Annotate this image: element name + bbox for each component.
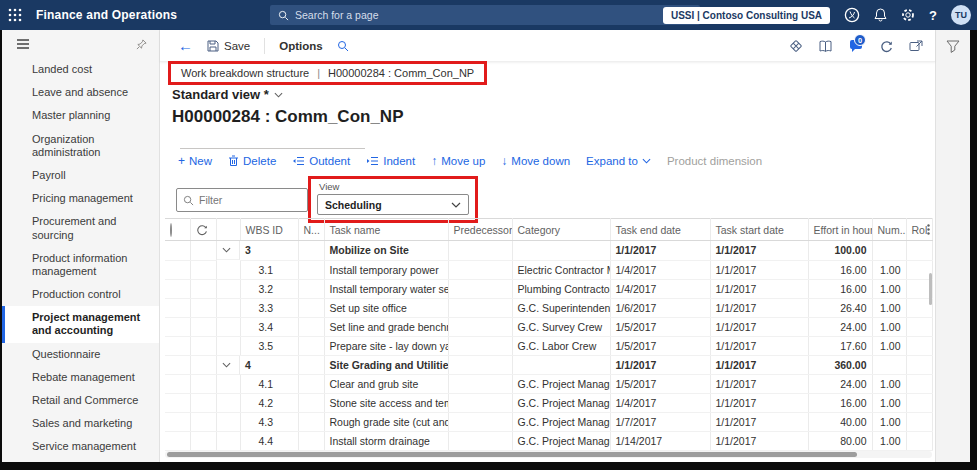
table-row[interactable]: 4.1 Clear and grub site G.C. Project Man… [165,375,932,394]
cell-num: 1.00 [872,298,906,317]
sidebar-item-retail-and-commerce[interactable]: Retail and Commerce [2,389,159,412]
cell-task: Set up site office [324,298,448,317]
sidebar-item-organization-administration[interactable]: Organization administration [2,128,159,164]
help-icon[interactable]: ? [929,8,937,23]
new-button[interactable]: + New [178,155,212,167]
cell-task: Install temporary power [324,260,448,279]
sidebar-item-payroll[interactable]: Payroll [2,164,159,187]
chevron-down-icon [274,92,283,98]
options-menu-button[interactable]: Options [279,40,322,52]
sidebar-item-procurement-and-sourcing[interactable]: Procurement and sourcing [2,210,159,246]
settings-gear-icon[interactable] [901,8,915,22]
save-button[interactable]: Save [207,40,250,52]
move-up-button[interactable]: ↑ Move up [431,155,485,167]
column-header-role[interactable]: Rol [906,219,932,241]
view-dropdown[interactable]: Scheduling [317,194,469,215]
view-dropdown-label: View [319,181,469,192]
delete-button[interactable]: Delete [228,155,276,167]
column-header-n[interactable]: N... [298,219,324,241]
sidebar-item-project-management-and-accounting[interactable]: Project management and accounting [2,306,159,342]
filter-funnel-icon[interactable] [946,40,960,462]
sidebar-item-product-information-management[interactable]: Product information management [2,247,159,283]
search-icon [183,195,194,206]
expand-to-button[interactable]: Expand to [586,155,651,167]
column-header-effort[interactable]: Effort in hours [808,219,872,241]
hamburger-menu-icon[interactable] [16,38,30,50]
grid-filter-input[interactable] [199,194,301,206]
cell-task: Site Grading and Utilities [324,355,448,375]
sidebar-item-landed-cost[interactable]: Landed cost [2,58,159,81]
column-header-task-name[interactable]: Task name [324,219,448,241]
column-header-predecessors[interactable]: Predecessors [448,219,512,241]
refresh-icon[interactable] [880,40,893,53]
table-row[interactable]: 4 Site Grading and Utilities 1/1/2017 1/… [165,355,932,375]
row-collapse-chevron-icon[interactable] [217,356,241,375]
chevron-down-icon [451,202,461,208]
task-guide-book-icon[interactable] [819,40,832,52]
cell-num: 1.00 [872,279,906,298]
column-header-wbs-id[interactable]: WBS ID [240,219,298,241]
horizontal-scrollbar-thumb[interactable] [167,452,857,457]
row-collapse-chevron-icon[interactable] [217,241,241,260]
dynamics-assistant-icon[interactable] [844,7,860,23]
grid-filter[interactable] [176,188,308,212]
sidebar-item-sales-and-marketing[interactable]: Sales and marketing [2,412,159,435]
global-search[interactable] [270,5,700,25]
column-header-num[interactable]: Num... [872,219,906,241]
sidebar-item-production-control[interactable]: Production control [2,283,159,306]
saved-view-selector[interactable]: Standard view * [172,87,283,102]
cell-task: Clear and grub site [324,375,448,394]
indent-button[interactable]: Indent [366,155,415,167]
user-avatar[interactable]: TU [951,5,971,25]
cell-num [872,241,906,261]
cell-end-date: 1/5/2017 [610,317,710,336]
table-row[interactable]: 3.1 Install temporary power Electric Con… [165,260,932,279]
app-launcher-waffle-icon[interactable] [0,0,30,30]
cell-category: G.C. Survey Crew [512,317,610,336]
cell-n [298,241,324,261]
table-row[interactable]: 4.4 Install storm drainage G.C. Project … [165,432,932,451]
sidebar-item-subscription-billing[interactable]: Subscription billing [2,459,159,462]
cell-end-date: 1/1/2017 [610,241,710,261]
refresh-grid-icon[interactable] [190,219,216,241]
table-row[interactable]: 4.3 Rough grade site (cut and fill) G.C.… [165,413,932,432]
cell-end-date: 1/4/2017 [610,394,710,413]
command-search-icon[interactable] [337,40,349,52]
global-search-input[interactable] [295,9,692,21]
sidebar-item-service-management[interactable]: Service management [2,435,159,458]
cell-effort: 24.00 [808,317,872,336]
select-all-radio[interactable] [165,219,190,241]
sidebar-item-questionnaire[interactable]: Questionnaire [2,343,159,366]
table-row[interactable]: 3.5 Prepare site - lay down yard ... G.C… [165,336,932,355]
messages-chat-icon[interactable]: 0 [848,39,864,53]
pin-icon[interactable] [136,39,147,50]
table-row[interactable]: 3.2 Install temporary water service Plum… [165,279,932,298]
table-row[interactable]: 4.2 Stone site access and tempor... G.C.… [165,394,932,413]
vertical-scrollbar-thumb[interactable] [929,273,932,305]
cell-category: Electric Contractor M... [512,260,610,279]
open-in-new-window-icon[interactable] [909,40,923,52]
table-row[interactable]: 3.3 Set up site office G.C. Superintende… [165,298,932,317]
column-options-ellipsis-icon[interactable] [927,224,930,235]
notifications-bell-icon[interactable] [874,8,887,22]
command-bar: ← Save Options [160,30,935,62]
table-row[interactable]: 3 Mobilize on Site 1/1/2017 1/1/2017 100… [165,241,932,261]
column-header-task-end-date[interactable]: Task end date [610,219,710,241]
sidebar-item-master-planning[interactable]: Master planning [2,104,159,127]
horizontal-scrollbar[interactable] [165,451,932,458]
sidebar-item-rebate-management[interactable]: Rebate management [2,366,159,389]
power-apps-diamond-icon[interactable] [789,39,803,53]
company-selector-button[interactable]: USSI | Contoso Consulting USA [663,7,830,24]
command-bar-separator [264,38,265,54]
sidebar-item-pricing-management[interactable]: Pricing management [2,187,159,210]
right-filter-pane-strip [935,30,970,462]
save-icon [207,40,219,52]
sidebar-item-leave-and-absence[interactable]: Leave and absence [2,81,159,104]
table-row[interactable]: 3.4 Set line and grade benchmar... G.C. … [165,317,932,336]
column-header-category[interactable]: Category [512,219,610,241]
outdent-button[interactable]: Outdent [292,155,350,167]
move-down-button[interactable]: ↓ Move down [501,155,570,167]
column-header-task-start-date[interactable]: Task start date [710,219,808,241]
cell-num: 1.00 [872,432,906,451]
back-arrow-icon[interactable]: ← [178,38,193,53]
